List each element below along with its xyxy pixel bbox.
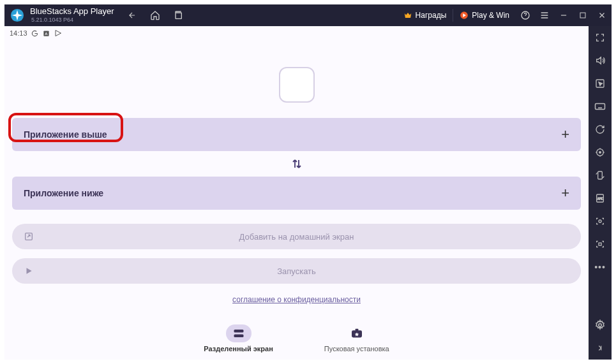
svg-rect-1	[176, 13, 181, 18]
svg-text:APK: APK	[597, 197, 603, 200]
plus-icon: +	[561, 185, 569, 201]
svg-rect-4	[580, 13, 585, 18]
close-button[interactable]	[592, 4, 612, 26]
rewards-label: Награды	[416, 11, 447, 20]
fullscreen-icon[interactable]	[594, 31, 606, 44]
app-version: 5.21.0.1043 P64	[31, 17, 114, 24]
location-icon[interactable]	[594, 146, 606, 159]
sync-icon[interactable]	[594, 123, 606, 136]
privacy-link[interactable]: соглашение о конфиденциальности	[232, 295, 361, 304]
svg-rect-20	[599, 243, 601, 245]
launch-button[interactable]: Запускать	[12, 258, 581, 284]
minimize-button[interactable]	[554, 4, 573, 26]
playwin-icon	[460, 11, 469, 20]
back-button[interactable]	[127, 10, 137, 20]
svg-point-21	[599, 324, 602, 327]
android-statusbar: 14:13 A	[4, 26, 589, 40]
bottom-nav: Разделенный экран Пусковая установка	[204, 317, 389, 360]
app-title: BlueStacks App Player	[30, 7, 114, 16]
svg-rect-9	[234, 335, 243, 338]
playwin-button[interactable]: Play & Win	[453, 4, 516, 26]
svg-point-15	[599, 152, 601, 154]
collapse-icon[interactable]	[594, 342, 606, 354]
split-screen-icon	[226, 324, 252, 342]
playwin-label: Play & Win	[472, 11, 509, 20]
svg-point-19	[599, 220, 601, 222]
nav-split-screen[interactable]: Разделенный экран	[204, 324, 273, 353]
settings-icon[interactable]	[594, 319, 606, 331]
add-home-label: Добавить на домашний экран	[239, 232, 354, 242]
app-below-row[interactable]: Приложение ниже +	[12, 177, 581, 210]
svg-rect-16	[598, 171, 603, 179]
status-time: 14:13	[10, 29, 27, 37]
play-icon	[54, 29, 62, 37]
apk-icon[interactable]: APK	[594, 192, 606, 205]
maximize-button[interactable]	[573, 4, 592, 26]
right-sidebar: APK •••	[589, 26, 612, 360]
menu-button[interactable]	[535, 4, 554, 26]
swap-icon[interactable]	[291, 157, 303, 170]
cursor-icon[interactable]	[594, 77, 606, 90]
nav-launcher-label: Пусковая установка	[324, 345, 389, 353]
crown-icon	[403, 11, 412, 20]
translate-icon: A	[43, 29, 50, 37]
app-above-row[interactable]: Приложение выше +	[12, 118, 581, 151]
svg-rect-13	[596, 104, 605, 110]
keyboard-icon[interactable]	[594, 100, 606, 113]
main-content: 14:13 A Приложение выше + Приложение ниж…	[4, 26, 589, 360]
nav-launcher[interactable]: Пусковая установка	[324, 324, 389, 353]
svg-text:A: A	[45, 31, 48, 35]
add-home-icon	[24, 231, 34, 242]
recent-button[interactable]	[173, 10, 183, 20]
add-home-button[interactable]: Добавить на домашний экран	[12, 224, 581, 249]
app-below-label: Приложение ниже	[24, 188, 103, 198]
svg-rect-8	[234, 330, 243, 333]
record-icon[interactable]	[594, 238, 606, 251]
rotate-icon[interactable]	[594, 169, 606, 182]
launch-label: Запускать	[277, 266, 316, 276]
titlebar: BlueStacks App Player 5.21.0.1043 P64 На…	[4, 4, 612, 26]
launcher-icon	[344, 324, 370, 342]
home-button[interactable]	[150, 10, 160, 20]
app-preview-box[interactable]	[279, 67, 315, 103]
app-above-label: Приложение выше	[24, 129, 107, 140]
app-logo	[10, 8, 25, 23]
google-icon	[31, 29, 39, 37]
nav-split-label: Разделенный экран	[204, 345, 273, 353]
more-icon[interactable]: •••	[594, 261, 606, 273]
svg-rect-11	[355, 329, 358, 331]
rewards-button[interactable]: Награды	[397, 4, 453, 26]
help-button[interactable]	[516, 4, 535, 26]
plus-icon: +	[561, 126, 569, 143]
launch-icon	[24, 266, 34, 276]
volume-icon[interactable]	[594, 54, 606, 67]
screenshot-icon[interactable]	[594, 215, 606, 228]
